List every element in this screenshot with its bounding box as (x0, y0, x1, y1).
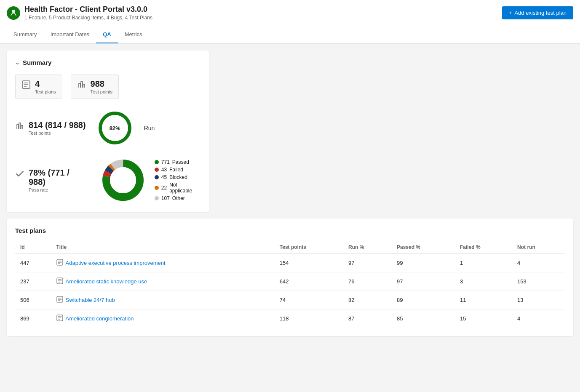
cell-run-pct: 82 (343, 291, 392, 309)
tab-summary[interactable]: Summary (7, 26, 44, 43)
cell-title: Switchable 24/7 hub (51, 291, 275, 309)
cell-run-pct: 97 (343, 254, 392, 272)
cell-id: 237 (15, 272, 51, 291)
run-section: 814 (814 / 988) Test points 82% Run (15, 109, 200, 147)
test-plans-table-card: Test plans Id Title Test points Run % Pa… (7, 219, 573, 336)
run-donut-label: 82% (110, 125, 120, 131)
stat-test-points: 988 Test points (71, 75, 119, 99)
svg-point-13 (110, 167, 136, 193)
cell-run-pct: 76 (343, 272, 392, 291)
svg-point-0 (12, 10, 15, 13)
blocked-count: 45 (161, 174, 167, 180)
main-content: ⌄ Summary 4 Test plans (0, 44, 580, 389)
blocked-dot (155, 175, 159, 179)
row-plan-icon (56, 296, 63, 304)
nav-tabs: Summary Important Dates QA Metrics (0, 26, 580, 44)
col-test-points: Test points (275, 241, 343, 254)
legend-failed: 43 Failed (155, 167, 200, 173)
legend-blocked: 45 Blocked (155, 174, 200, 180)
run-stat-left: 814 (814 / 988) Test points (15, 120, 86, 136)
not-applicable-dot (155, 186, 159, 190)
failed-text: Failed (169, 167, 183, 173)
collapse-icon[interactable]: ⌄ (15, 60, 19, 66)
cell-failed-pct: 3 (455, 272, 512, 291)
plus-icon: + (509, 10, 512, 16)
run-stat-label: Test points (29, 131, 86, 136)
passrate-legend: 771 Passed 43 Failed 45 Blocked 22 Not a… (155, 159, 200, 201)
add-button-label: Add existing test plan (514, 10, 567, 16)
stat-test-plans: 4 Test plans (15, 75, 62, 99)
failed-count: 43 (161, 167, 167, 173)
plan-title-link[interactable]: Ameliorated static knowledge use (66, 278, 147, 285)
tab-important-dates[interactable]: Important Dates (44, 26, 96, 43)
cell-test-points: 74 (275, 291, 343, 309)
run-donut: 82% (96, 109, 134, 147)
passrate-label: Pass rate (29, 187, 87, 192)
cell-passed-pct: 89 (392, 291, 455, 309)
legend-passed: 771 Passed (155, 159, 200, 165)
cell-test-points: 118 (275, 309, 343, 328)
cell-failed-pct: 15 (455, 309, 512, 328)
cell-failed-pct: 1 (455, 254, 512, 272)
cell-title: Ameliorated conglomeration (51, 309, 275, 328)
summary-card: ⌄ Summary 4 Test plans (7, 51, 209, 212)
add-existing-test-plan-button[interactable]: + Add existing test plan (502, 6, 573, 19)
header-left: Health Factor - Client Portal v3.0.0 1 F… (7, 5, 152, 21)
row-plan-icon (56, 315, 63, 323)
test-plans-table: Id Title Test points Run % Passed % Fail… (15, 241, 565, 328)
legend-other: 107 Other (155, 195, 200, 201)
tab-qa[interactable]: QA (96, 26, 118, 43)
passrate-value: 78% (771 / 988) (29, 168, 87, 187)
plan-title-link[interactable]: Switchable 24/7 hub (66, 297, 115, 303)
run-value: 814 (814 / 988) (29, 120, 86, 130)
run-label: Run (144, 125, 155, 131)
stat-test-plans-content: 4 Test plans (35, 79, 56, 94)
row-plan-icon (56, 259, 63, 267)
table-row: 506 Switchable 24/7 hub 74 82 89 11 13 (15, 291, 565, 309)
cell-failed-pct: 11 (455, 291, 512, 309)
col-failed-pct: Failed % (455, 241, 512, 254)
cell-not-run: 4 (512, 254, 565, 272)
failed-dot (155, 168, 159, 172)
app-title: Health Factor - Client Portal v3.0.0 (24, 5, 152, 14)
cell-passed-pct: 97 (392, 272, 455, 291)
cell-id: 447 (15, 254, 51, 272)
other-text: Other (172, 195, 185, 201)
cell-not-run: 153 (512, 272, 565, 291)
plan-title-link[interactable]: Ameliorated conglomeration (66, 315, 134, 322)
app-header: Health Factor - Client Portal v3.0.0 1 F… (0, 0, 580, 26)
table-header: Id Title Test points Run % Passed % Fail… (15, 241, 565, 254)
app-subtitle: 1 Feature, 5 Product Backlog Items, 4 Bu… (24, 15, 152, 21)
stats-row: 4 Test plans 988 Test points (15, 75, 200, 99)
passrate-donut (100, 157, 146, 203)
col-not-run: Not run (512, 241, 565, 254)
cell-test-points: 154 (275, 254, 343, 272)
test-points-icon (77, 80, 86, 91)
cell-title: Ameliorated static knowledge use (51, 272, 275, 291)
passrate-section: 78% (771 / 988) Pass rate (15, 157, 200, 203)
plan-title-link[interactable]: Adaptive executive process improvement (66, 260, 166, 266)
row-plan-icon (56, 277, 63, 285)
cell-not-run: 4 (512, 309, 565, 328)
passed-count: 771 (161, 159, 170, 165)
table-row: 237 Ameliorated static knowledge use 642… (15, 272, 565, 291)
stat-test-points-content: 988 Test points (91, 79, 113, 94)
app-logo (7, 6, 20, 20)
test-plans-icon (21, 80, 31, 91)
passrate-donut-svg (100, 157, 146, 203)
not-applicable-count: 22 (161, 185, 167, 191)
legend-not-applicable: 22 Not applicable (155, 182, 200, 194)
table-row: 869 Ameliorated conglomeration 118 87 85… (15, 309, 565, 328)
card-title: Summary (23, 59, 51, 66)
col-run-pct: Run % (343, 241, 392, 254)
passed-dot (155, 160, 159, 164)
not-applicable-text: Not applicable (169, 182, 200, 194)
passrate-content: 78% (771 / 988) Pass rate (29, 168, 87, 192)
cell-test-points: 642 (275, 272, 343, 291)
table-row: 447 Adaptive executive process improveme… (15, 254, 565, 272)
tab-metrics[interactable]: Metrics (118, 26, 149, 43)
blocked-text: Blocked (169, 174, 187, 180)
test-plans-value: 4 (35, 79, 56, 88)
cell-passed-pct: 85 (392, 309, 455, 328)
col-passed-pct: Passed % (392, 241, 455, 254)
